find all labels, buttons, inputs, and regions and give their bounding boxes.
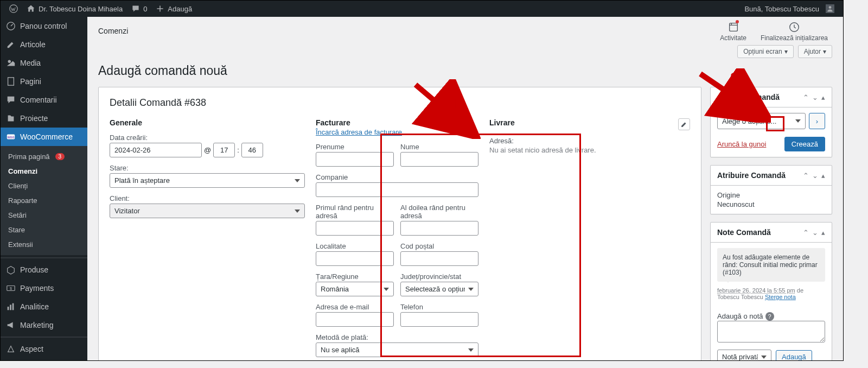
email-input[interactable] — [316, 312, 394, 327]
menu-media[interactable]: Media — [1, 54, 87, 72]
phone-input[interactable] — [400, 312, 478, 327]
order-date-input[interactable] — [110, 143, 202, 157]
payment-method-select[interactable]: Nu se aplică — [316, 342, 478, 357]
menu-products[interactable]: Produse — [1, 261, 87, 279]
country-select[interactable]: România — [316, 282, 394, 296]
annotation-label-1: 1 — [450, 96, 458, 113]
company-input[interactable] — [316, 182, 478, 197]
help-icon[interactable]: ? — [765, 312, 774, 321]
main-content: Comenzi Activitate Finalizează inițializ… — [87, 17, 843, 360]
submenu-extensions[interactable]: Extensii — [1, 237, 87, 252]
order-status-select[interactable]: Plată în așteptare — [110, 173, 305, 188]
origin-value: Necunoscut — [717, 200, 825, 208]
order-notes-box: Note Comandă⌃⌄▴ Au fost adăugate element… — [710, 222, 832, 360]
svg-point-4 — [8, 60, 11, 63]
svg-text:$: $ — [10, 286, 12, 291]
shipping-section-title: Livrare — [489, 118, 515, 127]
menu-marketing[interactable]: Marketing — [1, 316, 87, 334]
postcode-label: Cod poștal — [400, 242, 478, 250]
activity-button[interactable]: Activitate — [720, 21, 746, 42]
chevron-down-icon: ▾ — [784, 48, 788, 55]
city-label: Localitate — [316, 242, 394, 250]
comments-count[interactable]: 0 — [127, 1, 151, 17]
menu-projects[interactable]: Proiecte — [1, 109, 87, 128]
addr2-input[interactable] — [400, 221, 478, 236]
last-name-input[interactable] — [400, 152, 478, 167]
wp-logo[interactable] — [5, 1, 22, 17]
add-note-textarea[interactable] — [717, 321, 825, 342]
submenu-reports[interactable]: Rapoarte — [1, 193, 87, 208]
svg-point-0 — [10, 5, 17, 12]
payment-method-label: Metodă de plată: — [316, 333, 478, 341]
order-note-item: Au fost adăugate elemente de rând: Consu… — [717, 248, 825, 282]
status-label: Stare: — [110, 164, 305, 172]
help-button[interactable]: Ajutor ▾ — [798, 45, 832, 58]
admin-sidebar: Panou control Articole Media Pagini Come… — [1, 17, 87, 360]
menu-appearance[interactable]: Aspect — [1, 340, 87, 358]
finish-setup-button[interactable]: Finalizează inițializarea — [761, 21, 828, 42]
svg-point-2 — [829, 6, 832, 9]
submenu-orders[interactable]: Comenzi — [1, 164, 87, 179]
apply-action-button[interactable]: › — [809, 113, 825, 129]
time-separator: : — [237, 146, 239, 154]
shipping-address-label: Adresă: — [489, 137, 690, 145]
user-greeting[interactable]: Bună, Tobescu Tobescu — [740, 1, 839, 17]
menu-comments[interactable]: Comentarii — [1, 91, 87, 109]
menu-payments[interactable]: $Payments — [1, 279, 87, 297]
add-new[interactable]: Adaugă — [151, 1, 196, 17]
menu-pages[interactable]: Pagini — [1, 72, 87, 91]
box-up-icon[interactable]: ⌃ — [803, 229, 809, 237]
first-name-label: Prenume — [316, 143, 394, 151]
order-notes-title: Note Comandă — [717, 228, 771, 237]
edit-shipping-button[interactable] — [678, 118, 690, 130]
customer-select[interactable]: Vizitator — [110, 204, 305, 218]
addr1-label: Primul rând pentru adresă — [316, 204, 394, 220]
menu-analytics[interactable]: Analitice — [1, 297, 87, 316]
create-order-button[interactable]: Creează — [784, 137, 825, 151]
box-down-icon[interactable]: ⌄ — [812, 172, 818, 180]
note-type-select[interactable]: Notă privată — [717, 350, 771, 360]
phone-label: Telefon — [400, 303, 478, 311]
box-toggle-icon[interactable]: ▴ — [821, 172, 825, 180]
order-action-select[interactable]: Alege o acțiune... — [717, 113, 806, 129]
move-to-trash-link[interactable]: Aruncă la gunoi — [717, 140, 766, 148]
box-down-icon[interactable]: ⌄ — [812, 229, 818, 237]
svg-rect-12 — [12, 303, 14, 310]
order-details-title: Detalii Comandă #638 — [110, 97, 690, 109]
box-toggle-icon[interactable]: ▴ — [821, 93, 825, 101]
box-up-icon[interactable]: ⌃ — [803, 172, 809, 180]
city-input[interactable] — [316, 251, 394, 266]
box-down-icon[interactable]: ⌄ — [812, 93, 818, 101]
state-select[interactable]: Selectează o opțiune... — [400, 282, 478, 296]
menu-posts[interactable]: Articole — [1, 35, 87, 54]
annotation-label-2: 2 — [730, 69, 739, 87]
submenu-status[interactable]: Stare — [1, 223, 87, 237]
order-hour-input[interactable] — [213, 143, 235, 157]
menu-woocommerce[interactable]: wooWooCommerce — [1, 128, 87, 146]
delete-note-link[interactable]: Șterge nota — [765, 294, 796, 300]
menu-users[interactable]: Utilizatori — [1, 358, 87, 361]
submenu-home[interactable]: Prima pagină3 — [1, 149, 87, 164]
email-label: Adresa de e-mail — [316, 303, 394, 311]
add-note-button[interactable]: Adaugă — [776, 350, 812, 360]
addr1-input[interactable] — [316, 221, 394, 236]
submenu-settings[interactable]: Setări — [1, 208, 87, 223]
order-note-meta: februarie 26, 2024 la 5:55 pm de Tobescu… — [717, 287, 825, 300]
box-toggle-icon[interactable]: ▴ — [821, 229, 825, 237]
screen-options-button[interactable]: Opțiuni ecran ▾ — [737, 45, 793, 58]
svg-rect-14 — [729, 23, 737, 31]
last-name-label: Nume — [400, 143, 478, 151]
first-name-input[interactable] — [316, 152, 394, 167]
order-actions-title: Acțiuni Comandă — [717, 93, 780, 101]
order-attribution-title: Atribuire Comandă — [717, 171, 786, 180]
order-minute-input[interactable] — [241, 143, 263, 157]
submenu-customers[interactable]: Clienți — [1, 179, 87, 193]
load-billing-address-link[interactable]: Încarcă adresa de facturare — [316, 128, 402, 136]
postcode-input[interactable] — [400, 251, 478, 266]
order-actions-box: Acțiuni Comandă⌃⌄▴ Alege o acțiune... › … — [710, 87, 832, 157]
box-up-icon[interactable]: ⌃ — [803, 93, 809, 101]
menu-dashboard[interactable]: Panou control — [1, 17, 87, 35]
date-label: Data creării: — [110, 134, 305, 142]
site-name[interactable]: Dr. Tobescu Doina Mihaela — [22, 1, 127, 17]
country-label: Țara/Regiune — [316, 272, 394, 281]
